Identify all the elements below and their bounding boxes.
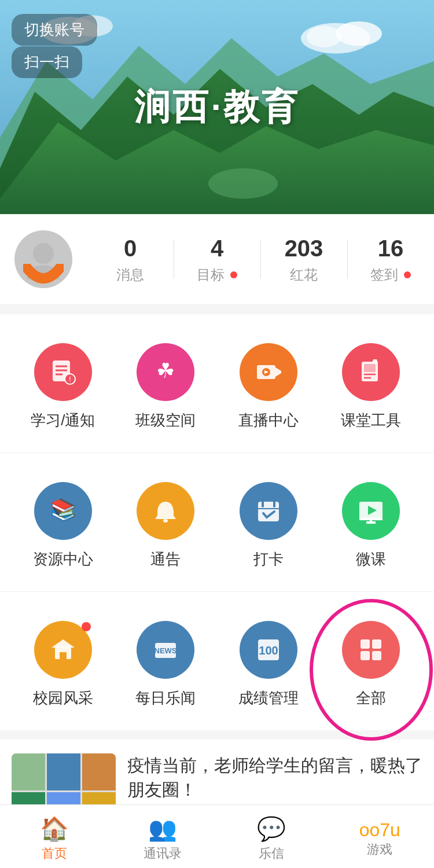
news-title-1: 疫情当前，老师给学生的留言，暖热了朋友圈！ [127,753,422,802]
svg-rect-28 [163,519,168,523]
stat-checkin-number: 16 [353,234,428,262]
menu-item-resources[interactable]: 📚 资源中心 [12,470,115,586]
checkin-icon-circle [240,482,297,540]
svg-rect-40 [60,652,67,659]
menu-grid-row3: 校园风采 NEWS 每日乐闻 100 成绩管理 [0,609,434,724]
menu-item-all[interactable]: 全部 [320,609,423,724]
resources-icon: 📚 [48,496,78,526]
menu-label-daily: 每日乐闻 [135,688,196,708]
resources-icon-circle: 📚 [34,482,92,540]
stat-messages[interactable]: 0 消息 [87,234,174,284]
notice-icon [150,496,181,526]
menu-grid-row1: ! 学习/通知 ☘ 班级空间 直播中心 [0,332,434,447]
svg-rect-45 [361,639,370,649]
menu-grid-row2: 📚 资源中心 通告 [0,470,434,586]
svg-rect-24 [364,364,376,372]
menu-item-study[interactable]: ! 学习/通知 [12,332,115,447]
scan-button[interactable]: 扫一扫 [12,46,82,78]
menu-item-daily[interactable]: NEWS 每日乐闻 [115,609,218,724]
menu-label-resources: 资源中心 [33,549,93,569]
checkin-dot [404,271,411,278]
menu-section-row3: 校园风采 NEWS 每日乐闻 100 成绩管理 [0,591,434,730]
bottom-nav: 🏠 首页 👥 通讯录 💬 乐信 oo7u 游戏 [0,804,434,868]
stat-checkin-label: 签到 [353,266,428,284]
menu-item-grades[interactable]: 100 成绩管理 [217,609,320,724]
nav-item-messages[interactable]: 💬 乐信 [217,811,326,862]
campus-dot [82,622,91,631]
stat-flowers-number: 203 [266,234,341,262]
menu-label-study: 学习/通知 [31,410,95,431]
campus-icon [48,635,78,665]
svg-text:!: ! [69,376,71,382]
hero-title: 涧西·教育 [134,83,299,131]
menu-label-microcourse: 微课 [356,549,386,569]
menu-label-campus: 校园风采 [33,688,93,708]
stats-items: 0 消息 4 目标 203 红花 16 签到 [87,234,434,284]
menu-label-live: 直播中心 [238,410,299,431]
campus-icon-circle [34,621,92,679]
stats-row: 0 消息 4 目标 203 红花 16 签到 [0,214,434,305]
grades-icon-circle: 100 [240,621,297,679]
live-icon [253,357,284,387]
svg-rect-46 [372,639,381,649]
class-icon: ☘ [150,357,181,387]
notice-icon-circle [137,482,194,540]
svg-point-7 [307,26,341,47]
svg-text:NEWS: NEWS [155,646,177,655]
stat-goals[interactable]: 4 目标 [174,234,260,284]
microcourse-icon [356,496,386,526]
nav-label-home: 首页 [42,845,67,862]
nav-item-game[interactable]: oo7u 游戏 [326,815,435,858]
daily-icon-circle: NEWS [137,621,194,679]
svg-rect-29 [258,502,279,521]
menu-item-live[interactable]: 直播中心 [217,332,320,447]
stat-flowers[interactable]: 203 红花 [260,234,347,284]
svg-rect-47 [361,651,370,660]
menu-item-class[interactable]: ☘ 班级空间 [115,332,218,447]
nav-item-home[interactable]: 🏠 首页 [0,811,109,862]
svg-text:📚: 📚 [50,497,76,522]
menu-label-class: 班级空间 [135,410,196,431]
all-icon-circle [342,621,400,679]
svg-text:☘: ☘ [156,359,175,382]
svg-text:100: 100 [259,644,278,657]
study-icon-circle: ! [34,343,92,401]
class-icon-circle: ☘ [137,343,194,401]
menu-section-row1: ! 学习/通知 ☘ 班级空间 直播中心 [0,314,434,453]
avatar-badge-icon [23,264,64,293]
microcourse-icon-circle [342,482,400,540]
menu-label-grades: 成绩管理 [238,688,299,708]
stat-goals-label: 目标 [179,266,255,284]
tools-icon-circle [342,343,400,401]
avatar-wrapper[interactable] [0,230,87,288]
svg-point-10 [33,243,54,264]
tools-icon [356,357,386,387]
nav-label-contacts: 通讯录 [144,845,182,862]
nav-label-game: 游戏 [367,841,392,858]
messages-icon: 💬 [257,815,286,843]
study-icon: ! [48,357,78,387]
menu-section-row2: 📚 资源中心 通告 [0,453,434,591]
menu-item-microcourse[interactable]: 微课 [320,470,423,586]
checkin-icon [253,496,284,526]
nav-item-contacts[interactable]: 👥 通讯录 [109,811,218,862]
menu-label-tools: 课堂工具 [341,410,401,431]
menu-label-notice: 通告 [150,549,181,569]
nav-label-messages: 乐信 [259,845,284,862]
menu-item-notice[interactable]: 通告 [115,470,218,586]
menu-item-tools[interactable]: 课堂工具 [320,332,423,447]
svg-rect-48 [372,651,381,660]
switch-account-button[interactable]: 切换账号 [12,14,97,46]
hero-banner: 切换账号 扫一扫 涧西·教育 [0,0,434,214]
stat-goals-number: 4 [179,234,255,262]
daily-icon: NEWS [150,635,181,665]
svg-point-6 [336,21,382,46]
menu-label-all: 全部 [356,688,386,708]
menu-item-campus[interactable]: 校园风采 [12,609,115,724]
stat-checkin[interactable]: 16 签到 [347,234,434,284]
stat-flowers-label: 红花 [266,266,341,284]
home-icon: 🏠 [40,815,69,843]
game-logo-icon: oo7u [359,819,400,841]
menu-item-checkin[interactable]: 打卡 [217,470,320,586]
menu-label-checkin: 打卡 [253,549,284,569]
